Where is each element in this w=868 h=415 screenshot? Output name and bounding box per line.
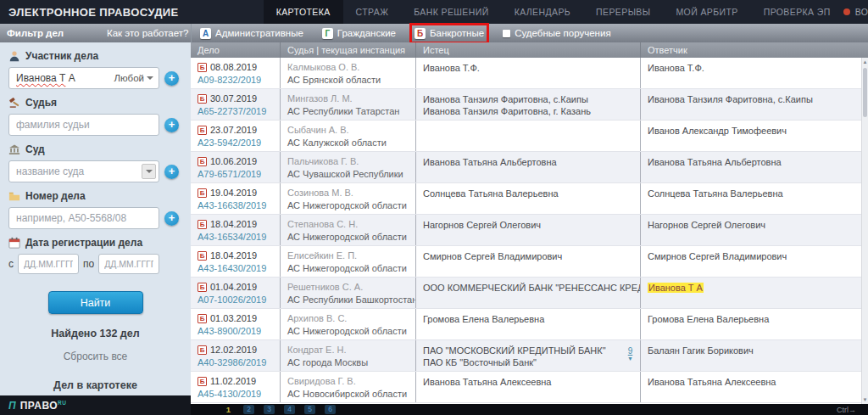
tab-court-orders[interactable]: Судебные поручения <box>503 28 610 38</box>
scrollbar-thumb[interactable] <box>863 68 867 117</box>
defendant-name: Солнцева Татьяна Валерьевна <box>648 188 861 199</box>
participant-role-dropdown[interactable]: Любой <box>114 73 153 83</box>
plaintiff-cell: ООО КОММЕРЧЕСКИЙ БАНК "РЕНЕССАНС КРЕДИТ" <box>415 278 640 308</box>
judge-cell: Архипов В. С.АС Нижегородской области <box>280 309 415 339</box>
case-cell: Б10.06.2019А79-6571/2019 <box>191 152 280 182</box>
case-date: 23.07.2019 <box>210 125 257 135</box>
plaintiff-cell: Иванова Татьяна Альбертовна <box>415 152 640 182</box>
person-icon <box>8 50 20 62</box>
tab-civil-label: Гражданские <box>337 28 396 38</box>
date-to-input[interactable] <box>98 254 159 274</box>
page-button-4[interactable]: 4 <box>284 405 295 414</box>
page-button-6[interactable]: 6 <box>325 405 336 414</box>
calendar-icon <box>8 237 20 249</box>
table-row[interactable]: Б19.04.2019А43-16638/2019Созинова М. В.А… <box>191 183 861 215</box>
app-window: ЭЛЕКТРОННОЕ ПРАВОСУДИЕ КАРТОТЕКАСТРАЖБАН… <box>0 0 868 415</box>
plaintiff-cell: Солнцева Татьяна Валерьевна <box>415 183 640 214</box>
plaintiff-name: Иванова Татьяна Алексеевна <box>423 376 640 388</box>
court-input[interactable] <box>8 160 159 182</box>
page-button-3[interactable]: 3 <box>264 405 275 414</box>
case-number-link[interactable]: А43-16430/2019 <box>198 263 280 273</box>
case-number-link[interactable]: А43-16638/2019 <box>198 200 280 210</box>
defendant-cell: Иванова Т А <box>640 278 861 308</box>
bankruptcy-badge-icon: Б <box>198 188 207 198</box>
table-row[interactable]: Б01.04.2019А07-10026/2019Решетников С. А… <box>191 278 861 309</box>
login-button[interactable]: ВОЙТИ <box>843 7 868 17</box>
bankruptcy-badge-icon: Б <box>198 157 207 166</box>
table-row[interactable]: Б08.08.2019А09-8232/2019Калмыкова О. В.А… <box>191 58 861 89</box>
search-button[interactable]: Найти <box>48 291 143 314</box>
court-dropdown-button[interactable] <box>142 164 156 179</box>
page-button-5[interactable]: 5 <box>304 405 315 414</box>
case-type-tabs: ААдминистративныеГГражданскиеББанкротные… <box>191 24 611 42</box>
add-participant-button[interactable]: + <box>164 71 179 86</box>
participant-value: Иванова Т <box>16 72 65 84</box>
defendant-name: Иванова Т.Ф. <box>648 62 861 74</box>
judge-cell: Свиридова Г. В.АС Новосибирской области <box>280 372 415 402</box>
case-date-line: Б08.08.2019 <box>198 62 280 72</box>
tab-civil[interactable]: ГГражданские <box>322 28 396 39</box>
nav-item-proverka-ep[interactable]: ПРОВЕРКА ЭП <box>751 0 843 24</box>
search-match-highlight: Иванова Т А <box>648 283 704 293</box>
case-number-link[interactable]: А43-8900/2019 <box>198 326 280 336</box>
reset-all-link[interactable]: Сбросить все <box>0 351 191 362</box>
nav-item-moy-arbitr[interactable]: МОЙ АРБИТР <box>663 0 750 24</box>
nav-item-pereryvy[interactable]: ПЕРЕРЫВЫ <box>583 0 663 24</box>
case-number-link[interactable]: А79-6571/2019 <box>198 169 280 179</box>
more-parties-badge[interactable]: 9▼ <box>627 347 633 362</box>
app-title: ЭЛЕКТРОННОЕ ПРАВОСУДИЕ <box>0 6 179 19</box>
page-button-2[interactable]: 2 <box>243 405 254 414</box>
scroll-up-icon[interactable]: ▲ <box>862 59 868 65</box>
case-number-link[interactable]: А43-16534/2019 <box>198 232 280 242</box>
case-cell: Б18.04.2019А43-16534/2019 <box>191 215 280 245</box>
case-number-input[interactable] <box>8 207 159 229</box>
sidebar-footer: П ПРАВОRU <box>0 395 191 415</box>
case-number-link[interactable]: А09-8232/2019 <box>198 75 280 85</box>
case-date: 12.02.2019 <box>210 345 257 355</box>
scroll-down-icon[interactable]: ▼ <box>862 396 868 403</box>
login-label: ВОЙТИ <box>855 7 868 17</box>
case-date: 30.07.2019 <box>210 93 257 104</box>
case-number-link[interactable]: А40-32986/2019 <box>198 357 280 367</box>
case-number-link[interactable]: А07-10026/2019 <box>198 294 280 305</box>
defendant-cell: Смирнов Сергей Владимирович <box>640 246 861 277</box>
nav-item-strazh[interactable]: СТРАЖ <box>343 0 402 24</box>
table-row[interactable]: Б18.04.2019А43-16534/2019Степанова С. Н.… <box>191 215 861 246</box>
page-button-1[interactable]: 1 <box>223 405 234 414</box>
table-row[interactable]: Б18.04.2019А43-16430/2019Елисейкин Е. П.… <box>191 246 861 278</box>
add-court-button[interactable]: + <box>164 165 179 179</box>
vertical-scrollbar[interactable]: ▲ ▼ <box>861 58 868 405</box>
judge-input[interactable] <box>8 114 159 136</box>
table-row[interactable]: Б10.06.2019А79-6571/2019Пальчикова Г. В.… <box>191 152 861 183</box>
nav-item-kalendar[interactable]: КАЛЕНДАРЬ <box>502 0 583 24</box>
defendant-name: Иванов Александр Тимофеевич <box>648 125 861 137</box>
table-row[interactable]: Б30.07.2019А65-22737/2019Мингазов Л. М.А… <box>191 89 861 121</box>
case-cell: Б01.04.2019А07-10026/2019 <box>191 278 280 308</box>
table-row[interactable]: Б01.03.2019А43-8900/2019Архипов В. С.АС … <box>191 309 861 340</box>
case-date-line: Б19.04.2019 <box>198 188 280 198</box>
column-header-judge: Судья | текущая инстанция <box>280 42 415 58</box>
tab-administrative[interactable]: ААдминистративные <box>200 28 303 39</box>
add-case-number-button[interactable]: + <box>164 211 179 226</box>
case-number-section-label: Номер дела <box>0 182 191 205</box>
participant-input[interactable]: Иванова Т А Любой <box>8 67 159 89</box>
case-date: 08.08.2019 <box>210 62 257 72</box>
case-number-link[interactable]: А45-4130/2019 <box>198 389 280 399</box>
case-number-link[interactable]: А65-22737/2019 <box>198 106 280 116</box>
case-date-line: Б30.07.2019 <box>198 93 280 104</box>
judge-section-label: Судья <box>0 89 191 112</box>
table-row[interactable]: Б11.02.2019А45-4130/2019Свиридова Г. В.А… <box>191 372 861 403</box>
court-name: АС города Москвы <box>287 357 415 367</box>
tab-bankruptcy[interactable]: ББанкротные <box>415 28 484 39</box>
table-row[interactable]: Б23.07.2019А23-5942/2019Сыбачин А. В.АС … <box>191 121 861 152</box>
judge-name: Степанова С. Н. <box>287 219 415 229</box>
nav-item-kartoteka[interactable]: КАРТОТЕКА <box>264 0 343 24</box>
tab-bankruptcy-icon: Б <box>415 28 426 39</box>
how-it-works-link[interactable]: Как это работает? <box>107 28 191 38</box>
case-number-link[interactable]: А23-5942/2019 <box>198 137 280 148</box>
add-judge-button[interactable]: + <box>164 118 179 132</box>
date-from-input[interactable] <box>18 254 79 274</box>
table-row[interactable]: Б12.02.2019А40-32986/2019Кондрат Е. Н.АС… <box>191 340 861 372</box>
nav-item-bank-resheniy[interactable]: БАНК РЕШЕНИЙ <box>401 0 501 24</box>
tab-administrative-label: Административные <box>215 28 303 38</box>
